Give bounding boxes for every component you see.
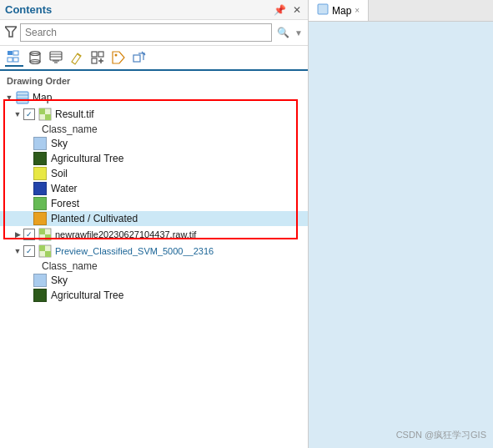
result-tif-item[interactable]: ▼ ✓ Result.tif — [0, 106, 308, 123]
legend-sky[interactable]: Sky — [0, 136, 308, 151]
svg-rect-16 — [92, 58, 97, 63]
svg-rect-32 — [45, 234, 51, 240]
tree-area: Drawing Order ▼ Map ▼ ✓ — [0, 71, 308, 448]
planted-cultivated-label: Planted / Cultivated — [51, 213, 138, 224]
svg-rect-3 — [8, 58, 13, 62]
preview-class-label: Class_name — [0, 259, 308, 273]
legend-agricultural-tree[interactable]: Agricultural Tree — [0, 151, 308, 166]
result-checkbox[interactable]: ✓ — [23, 108, 35, 120]
preview-sky-label: Sky — [51, 274, 68, 286]
forest-color-swatch — [33, 197, 47, 210]
header-icons: 📌 ✕ — [272, 4, 303, 16]
preview-legend-agricultural-tree[interactable]: Agricultural Tree — [0, 288, 308, 303]
svg-rect-4 — [13, 58, 18, 62]
svg-rect-1 — [8, 51, 13, 55]
pin-icon[interactable]: 📌 — [272, 4, 288, 16]
cylinder-icon[interactable] — [26, 48, 44, 67]
sky-color-swatch — [33, 137, 47, 150]
map-tab[interactable]: Map × — [309, 0, 369, 21]
svg-rect-28 — [39, 108, 45, 114]
map-panel: Map × CSDN @疯狂学习GIS — [309, 0, 493, 448]
planted-cultivated-color-swatch — [33, 212, 47, 225]
close-panel-icon[interactable]: ✕ — [291, 4, 303, 16]
preview-sky-swatch — [33, 274, 47, 287]
newrawfile-item[interactable]: ▶ ✓ newrawfile20230627104437.raw.tif — [0, 226, 308, 243]
water-color-swatch — [33, 182, 47, 195]
preview-agri-label: Agricultural Tree — [51, 289, 123, 301]
newrawfile-label: newrawfile20230627104437.raw.tif — [55, 229, 196, 239]
map-tab-close-icon[interactable]: × — [355, 6, 360, 15]
forest-label: Forest — [51, 198, 79, 209]
preview-agri-swatch — [33, 289, 47, 302]
soil-color-swatch — [33, 167, 47, 180]
edit-icon[interactable] — [68, 48, 86, 67]
add-data-icon[interactable] — [88, 48, 107, 67]
toolbar — [0, 46, 308, 71]
search-bar: 🔍 ▼ — [0, 20, 308, 46]
svg-marker-0 — [5, 27, 17, 37]
map-tab-bar: Map × — [309, 0, 493, 22]
label-icon[interactable] — [109, 48, 128, 67]
preview-classified-item[interactable]: ▼ ✓ Preview_Classified_SVM_5000__2316 — [0, 243, 308, 259]
drawing-order-label: Drawing Order — [0, 74, 308, 89]
transform-icon[interactable] — [130, 48, 148, 67]
water-label: Water — [51, 183, 78, 194]
preview-classified-label: Preview_Classified_SVM_5000__2316 — [55, 246, 214, 256]
svg-rect-35 — [45, 251, 51, 257]
map-root-item[interactable]: ▼ Map — [0, 89, 308, 106]
visibility-filter-icon[interactable] — [47, 48, 65, 67]
contents-panel: Contents 📌 ✕ 🔍 ▼ — [0, 0, 309, 448]
svg-rect-15 — [98, 52, 103, 57]
preview-expand-arrow[interactable]: ▼ — [12, 247, 23, 255]
map-expand-arrow[interactable]: ▼ — [3, 93, 15, 102]
map-content[interactable]: CSDN @疯狂学习GIS — [309, 22, 493, 448]
svg-rect-20 — [133, 55, 140, 62]
svg-rect-14 — [92, 52, 97, 57]
legend-forest[interactable]: Forest — [0, 196, 308, 211]
agricultural-tree-label: Agricultural Tree — [51, 153, 123, 164]
preview-legend-sky[interactable]: Sky — [0, 273, 308, 288]
search-button[interactable]: 🔍 — [275, 27, 291, 38]
list-view-icon[interactable] — [5, 48, 23, 67]
filter-icon — [5, 26, 17, 40]
svg-rect-24 — [17, 92, 28, 103]
legend-water[interactable]: Water — [0, 181, 308, 196]
legend-planted-cultivated[interactable]: Planted / Cultivated — [0, 211, 308, 226]
map-label: Map — [33, 92, 52, 103]
svg-rect-29 — [45, 114, 51, 120]
map-icon — [15, 90, 30, 105]
raster-layer-icon — [38, 107, 53, 122]
result-expand-arrow[interactable]: ▼ — [12, 110, 23, 118]
search-input[interactable] — [20, 23, 272, 42]
svg-rect-8 — [50, 52, 62, 60]
svg-point-19 — [115, 54, 118, 57]
map-tab-icon — [317, 3, 329, 18]
preview-layer-icon — [38, 244, 53, 259]
result-tif-label: Result.tif — [55, 108, 94, 120]
search-dropdown-icon[interactable]: ▼ — [294, 28, 303, 38]
svg-rect-36 — [318, 4, 328, 14]
svg-rect-31 — [39, 229, 45, 234]
newrawfile-layer-icon — [38, 227, 53, 242]
legend-soil[interactable]: Soil — [0, 166, 308, 181]
sky-label: Sky — [51, 138, 68, 149]
preview-checkbox[interactable]: ✓ — [23, 245, 35, 257]
panel-title: Contents — [5, 3, 52, 16]
agricultural-tree-color-swatch — [33, 152, 47, 165]
svg-rect-2 — [13, 51, 18, 55]
panel-header: Contents 📌 ✕ — [0, 0, 308, 20]
soil-label: Soil — [51, 168, 68, 179]
newrawfile-expand-arrow[interactable]: ▶ — [12, 230, 23, 239]
map-tab-label: Map — [332, 5, 351, 17]
newrawfile-checkbox[interactable]: ✓ — [23, 229, 35, 240]
result-class-label: Class_name — [0, 123, 308, 136]
svg-rect-34 — [39, 245, 45, 251]
watermark-text: CSDN @疯狂学习GIS — [396, 429, 486, 441]
